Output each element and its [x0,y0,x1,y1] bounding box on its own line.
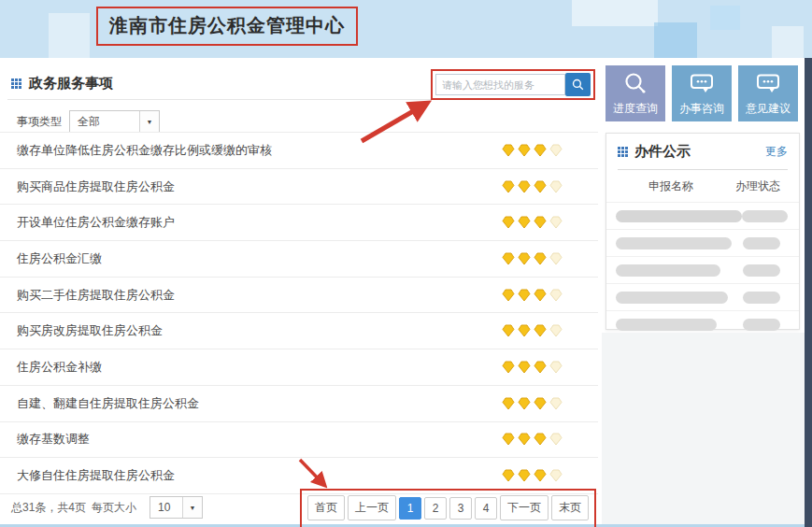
item-type-label: 事项类型 [17,114,62,130]
service-item[interactable]: 购买二手住房提取住房公积金 [0,278,598,314]
gem-icon [518,180,531,193]
service-item-label: 大修自住住房提取住房公积金 [17,467,502,484]
redacted-status [743,237,780,249]
rating-gems [502,252,563,265]
gem-icon [534,469,547,482]
magnifier-icon [621,70,649,98]
service-list: 缴存单位降低住房公积金缴存比例或缓缴的审核购买商品住房提取住房公积金开设单位住房… [0,132,598,494]
redacted-status [743,292,780,304]
service-item-label: 缴存基数调整 [17,431,502,448]
gem-icon [502,433,515,446]
quick-action-progress-query[interactable]: 进度查询 [605,65,665,121]
gem-icon [502,397,515,410]
page-button-prev[interactable]: 上一页 [348,495,396,520]
rating-gems [502,180,563,193]
quick-action-consultation[interactable]: 办事咨询 [672,65,732,121]
gem-icon [534,144,547,157]
service-item-label: 自建、翻建自住房提取住房公积金 [17,395,502,412]
page-button-page-2[interactable]: 2 [424,497,447,520]
rating-gems [502,289,563,302]
gem-icon [549,180,563,193]
gem-icon [518,433,531,446]
filter-row: 事项类型 全部 ▼ [17,110,160,133]
services-panel-title: 政务服务事项 [29,75,113,93]
gem-icon [549,397,563,410]
page-button-last[interactable]: 末页 [551,495,589,520]
gem-icon [549,144,563,157]
service-item[interactable]: 缴存基数调整 [0,422,598,459]
announcement-row [606,283,799,310]
announcements-header: 办件公示 更多 [606,134,799,169]
services-panel-header: 政务服务事项 [11,75,113,93]
page-size-select[interactable]: 10 ▼ [150,496,203,519]
chat-bubble-icon [754,70,782,98]
page-size-value: 10 [150,497,182,518]
redacted-name [616,237,732,249]
site-header: 淮南市住房公积金管理中心 [0,0,812,58]
announcements-title: 办件公示 [634,143,765,161]
redacted-status [743,264,780,277]
quick-action-suggestions[interactable]: 意见建议 [738,65,798,121]
search-input[interactable] [435,74,565,95]
rating-gems [502,324,563,337]
gem-icon [518,144,531,157]
service-item-label: 缴存单位降低住房公积金缴存比例或缓缴的审核 [17,142,502,159]
gem-icon [502,144,515,157]
gem-icon [502,216,515,229]
chevron-down-icon[interactable]: ▼ [182,497,202,518]
gem-icon [549,433,563,446]
header-decoration [572,0,658,26]
gem-icon [549,324,563,337]
announcements-card: 办件公示 更多 申报名称 办理状态 [605,133,800,330]
service-item[interactable]: 购买商品住房提取住房公积金 [0,169,598,206]
page-button-first[interactable]: 首页 [307,495,345,520]
column-header-name: 申报名称 [616,178,726,194]
redacted-name [616,210,742,222]
service-item[interactable]: 缴存单位降低住房公积金缴存比例或缓缴的审核 [0,133,598,169]
rating-gems [502,397,563,410]
gem-icon [502,469,515,482]
gem-icon [502,361,515,374]
gem-icon [534,324,547,337]
announcements-column-headers: 申报名称 办理状态 [606,170,799,202]
service-item[interactable]: 住房公积金汇缴 [0,241,598,278]
total-count-text: 总31条，共4页 [11,500,86,516]
service-item-label: 购买二手住房提取住房公积金 [17,287,502,304]
page-root: 淮南市住房公积金管理中心 政务服务事项 事项类型 全部 ▼ [0,0,812,527]
redacted-status [743,319,780,331]
quick-action-label: 意见建议 [746,101,791,117]
announcement-rows [606,202,799,337]
quick-action-label: 进度查询 [613,101,658,117]
gem-icon [534,289,547,302]
service-item[interactable]: 开设单位住房公积金缴存账户 [0,205,598,241]
page-button-page-4[interactable]: 4 [475,497,497,520]
right-column-background [602,333,805,527]
service-item[interactable]: 住房公积金补缴 [0,349,598,386]
search-box-highlight [431,69,595,100]
redacted-name [616,264,720,277]
more-link[interactable]: 更多 [765,144,788,160]
announcement-row [606,202,799,229]
service-item-label: 住房公积金汇缴 [17,250,502,267]
header-decoration [49,13,90,58]
gem-icon [518,252,531,265]
page-size-label: 每页大小 [92,500,136,516]
gem-icon [549,469,563,482]
pagination: 首页上一页1234下一页末页 [300,489,596,527]
page-button-page-1[interactable]: 1 [399,497,421,520]
chevron-down-icon[interactable]: ▼ [139,111,159,132]
page-button-next[interactable]: 下一页 [500,495,548,520]
service-item[interactable]: 自建、翻建自住房提取住房公积金 [0,386,598,422]
header-decoration [710,6,740,30]
search-button[interactable] [565,73,591,96]
item-type-select[interactable]: 全部 ▼ [69,110,160,133]
page-button-page-3[interactable]: 3 [449,497,472,520]
gem-icon [502,252,515,265]
gem-icon [502,180,515,193]
grid-icon [11,78,21,89]
rating-gems [502,469,563,482]
quick-actions: 进度查询办事咨询意见建议 [605,65,798,121]
gem-icon [502,289,515,302]
site-title: 淮南市住房公积金管理中心 [96,7,358,46]
service-item[interactable]: 购买房改房提取住房公积金 [0,313,598,349]
